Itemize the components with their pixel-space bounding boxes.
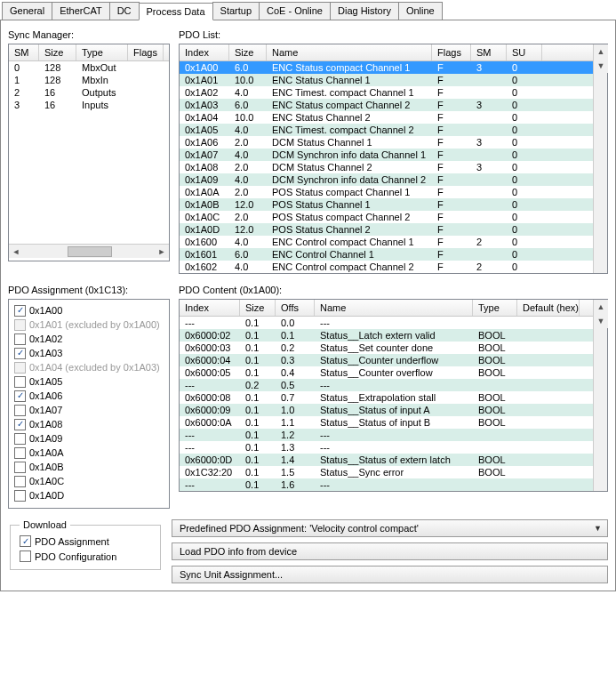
table-row[interactable]: ---0.11.3---	[180, 441, 593, 454]
table-row[interactable]: 0x6000:090.11.0Status__Status of input A…	[180, 404, 593, 416]
table-row[interactable]: 0x6000:0A0.11.1Status__Status of input B…	[180, 416, 593, 429]
checkbox[interactable]	[14, 433, 26, 445]
pdo-assignment-checkbox[interactable]	[20, 535, 31, 547]
col-header[interactable]: SU	[507, 44, 542, 60]
table-row[interactable]: ---0.20.5---	[180, 379, 593, 391]
pdo-assign-item[interactable]: 0x1A0B	[14, 460, 164, 474]
v-scrollbar[interactable]: ▲ ▼	[593, 44, 607, 273]
checkbox[interactable]	[14, 348, 26, 359]
checkbox[interactable]	[14, 390, 26, 402]
checkbox[interactable]	[14, 419, 26, 430]
scroll-down-icon[interactable]: ▼	[594, 59, 608, 73]
pdo-assign-item[interactable]: 0x1A0D	[14, 488, 164, 502]
col-header[interactable]: Type	[473, 300, 517, 316]
pdo-assign-item[interactable]: 0x1A06	[14, 389, 164, 403]
tab-process-data[interactable]: Process Data	[139, 3, 213, 20]
checkbox[interactable]	[14, 490, 26, 502]
table-row[interactable]: ---0.10.0---	[180, 317, 593, 329]
table-row[interactable]: ---0.11.2---	[180, 429, 593, 441]
table-row[interactable]: 0x1A094.0DCM Synchron info data Channel …	[180, 173, 593, 186]
table-row[interactable]: 0x1A0D12.0POS Status Channel 2F0	[180, 223, 593, 236]
pdo-configuration-checkbox[interactable]	[20, 550, 31, 562]
pdo-content-list[interactable]: IndexSizeOffsNameTypeDefault (hex) ---0.…	[179, 299, 608, 492]
col-header[interactable]: Size	[39, 44, 76, 60]
scroll-left-icon[interactable]: ◄	[9, 245, 23, 259]
pdo-assign-item[interactable]: 0x1A07	[14, 403, 164, 417]
sync-unit-button[interactable]: Sync Unit Assignment...	[172, 566, 608, 583]
table-row[interactable]: 0x1A054.0ENC Timest. compact Channel 2F0	[180, 124, 593, 136]
table-row[interactable]: 0x6000:050.10.4Status__Counter overflowB…	[180, 366, 593, 379]
tab-coe-online[interactable]: CoE - Online	[259, 2, 331, 20]
tab-startup[interactable]: Startup	[212, 2, 260, 20]
table-row[interactable]: 0x16024.0ENC Control compact Channel 2F2…	[180, 261, 593, 273]
col-header[interactable]: Default (hex)	[517, 300, 580, 316]
table-row[interactable]: 0x6000:020.10.1Status__Latch extern vali…	[180, 329, 593, 342]
pdo-assign-item[interactable]: 0x1A00	[14, 303, 164, 317]
table-row[interactable]: 0x1A0A2.0POS Status compact Channel 1F0	[180, 186, 593, 198]
tab-diag-history[interactable]: Diag History	[330, 2, 399, 20]
checkbox[interactable]	[14, 376, 26, 388]
h-scrollbar[interactable]: ◄ ►	[9, 244, 169, 258]
pdo-assign-item[interactable]: 0x1A05	[14, 374, 164, 389]
table-row[interactable]: 0x16004.0ENC Control compact Channel 1F2…	[180, 236, 593, 248]
v-scrollbar[interactable]: ▲ ▼	[593, 300, 607, 491]
col-header[interactable]: Flags	[432, 44, 471, 60]
table-row[interactable]: 0x1A062.0DCM Status Channel 1F30	[180, 136, 593, 149]
table-row[interactable]: 1128MbxIn	[9, 74, 169, 86]
table-row[interactable]: 0x1C32:200.11.5Status__Sync errorBOOL	[180, 466, 593, 478]
scroll-right-icon[interactable]: ►	[155, 245, 169, 259]
checkbox[interactable]	[14, 447, 26, 459]
checkbox[interactable]	[14, 305, 26, 317]
load-pdo-button[interactable]: Load PDO info from device	[172, 542, 608, 560]
pdo-assign-item[interactable]: 0x1A0A	[14, 446, 164, 460]
col-header[interactable]: Name	[267, 44, 432, 60]
table-row[interactable]: ---0.11.6---	[180, 478, 593, 491]
col-header[interactable]: Size	[229, 44, 267, 60]
col-header[interactable]: Flags	[128, 44, 164, 60]
checkbox[interactable]	[14, 476, 26, 487]
table-row[interactable]: 0x6000:040.10.3Status__Counter underflow…	[180, 354, 593, 366]
table-row[interactable]: 0x1A074.0DCM Synchron info data Channel …	[180, 149, 593, 161]
pdo-assign-item[interactable]: 0x1A02	[14, 332, 164, 346]
tab-ethercat[interactable]: EtherCAT	[52, 2, 109, 20]
col-header[interactable]: Name	[315, 300, 473, 316]
sync-manager-list[interactable]: SMSizeTypeFlags 0128MbxOut1128MbxIn216Ou…	[8, 44, 170, 261]
tab-online[interactable]: Online	[398, 2, 443, 20]
col-header[interactable]: Size	[240, 300, 276, 316]
table-row[interactable]: 316Inputs	[9, 99, 169, 111]
col-header[interactable]: SM	[9, 44, 39, 60]
table-row[interactable]: 0x6000:080.10.7Status__Extrapolation sta…	[180, 391, 593, 404]
scroll-up-icon[interactable]: ▲	[594, 300, 608, 314]
pdo-assign-item[interactable]: 0x1A08	[14, 417, 164, 431]
table-row[interactable]: 0x6000:0D0.11.4Status__Status of extern …	[180, 454, 593, 466]
scroll-thumb[interactable]	[68, 246, 112, 257]
table-row[interactable]: 0x1A0410.0ENC Status Channel 2F0	[180, 111, 593, 124]
table-row[interactable]: 0x6000:030.10.2Status__Set counter doneB…	[180, 342, 593, 354]
pdo-assignment-box[interactable]: 0x1A000x1A01 (excluded by 0x1A00)0x1A020…	[8, 299, 170, 509]
table-row[interactable]: 216Outputs	[9, 86, 169, 99]
predefined-pdo-dropdown[interactable]: Predefined PDO Assignment: 'Velocity con…	[172, 519, 608, 537]
scroll-up-icon[interactable]: ▲	[594, 44, 608, 59]
col-header[interactable]: Type	[76, 44, 128, 60]
table-row[interactable]: 0x1A0110.0ENC Status Channel 1F0	[180, 74, 593, 86]
table-row[interactable]: 0x1A024.0ENC Timest. compact Channel 1F0	[180, 86, 593, 99]
table-row[interactable]: 0x1A082.0DCM Status Channel 2F30	[180, 161, 593, 173]
tab-dc[interactable]: DC	[109, 2, 140, 20]
table-row[interactable]: 0x16016.0ENC Control Channel 1F0	[180, 248, 593, 261]
checkbox[interactable]	[14, 333, 26, 345]
table-row[interactable]: 0128MbxOut	[9, 61, 169, 74]
scroll-down-icon[interactable]: ▼	[594, 314, 608, 328]
table-row[interactable]: 0x1A006.0ENC Status compact Channel 1F30	[180, 61, 593, 74]
checkbox[interactable]	[14, 462, 26, 473]
col-header[interactable]: SM	[471, 44, 507, 60]
table-row[interactable]: 0x1A036.0ENC Status compact Channel 2F30	[180, 99, 593, 111]
pdo-assign-item[interactable]: 0x1A09	[14, 431, 164, 446]
pdo-assign-item[interactable]: 0x1A03	[14, 346, 164, 360]
pdo-assign-item[interactable]: 0x1A0C	[14, 474, 164, 488]
table-row[interactable]: 0x1A0C2.0POS Status compact Channel 2F0	[180, 211, 593, 223]
col-header[interactable]: Offs	[276, 300, 315, 316]
tab-general[interactable]: General	[2, 2, 52, 20]
table-row[interactable]: 0x1A0B12.0POS Status Channel 1F0	[180, 198, 593, 211]
col-header[interactable]: Index	[180, 300, 240, 316]
pdo-list[interactable]: IndexSizeNameFlagsSMSU 0x1A006.0ENC Stat…	[179, 44, 608, 274]
